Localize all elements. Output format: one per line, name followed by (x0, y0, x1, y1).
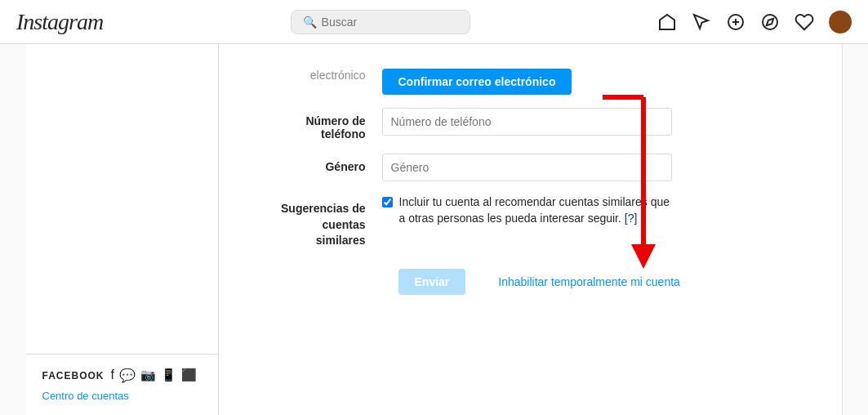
centro-cuentas-link[interactable]: Centro de cuentas (42, 390, 202, 402)
header: Instagram 🔍 (0, 0, 868, 44)
partial-top-row: electrónico Confirmar correo electrónico (251, 69, 809, 95)
gender-label: Género (251, 154, 382, 173)
gender-row: Género (251, 154, 809, 181)
instagram-icon: 📷 (140, 368, 156, 383)
facebook-brand: FACEBOOK f 💬 📷 📱 ⬛ (42, 368, 202, 383)
header-icons (657, 11, 852, 33)
search-input[interactable] (322, 16, 458, 29)
instagram-logo[interactable]: Instagram (16, 9, 103, 35)
add-icon[interactable] (726, 12, 746, 32)
confirm-email-button[interactable]: Confirmar correo electrónico (382, 69, 572, 95)
search-icon: 🔍 (303, 16, 317, 29)
whatsapp-icon: 📱 (161, 368, 176, 383)
suggestions-checkbox-container: Incluir tu cuenta al recomendar cuentas … (382, 194, 672, 226)
compass-icon[interactable] (760, 12, 780, 32)
suggestions-input-area: Incluir tu cuenta al recomendar cuentas … (382, 194, 809, 226)
gender-input[interactable] (382, 154, 672, 181)
phone-label: Número deteléfono (251, 108, 382, 141)
suggestions-label: Sugerencias decuentassimilares (251, 194, 382, 249)
gender-input-area (382, 154, 809, 181)
messenger-icon: 💬 (119, 368, 136, 383)
svg-point-3 (763, 15, 777, 29)
home-icon[interactable] (657, 12, 677, 32)
phone-row: Número deteléfono (251, 108, 809, 141)
partial-label: electrónico (251, 69, 382, 82)
inhabilitar-button[interactable]: Inhabilitar temporalmente mi cuenta (498, 275, 680, 288)
heart-icon[interactable] (795, 12, 814, 32)
form-wrapper: electrónico Confirmar correo electrónico… (251, 69, 809, 295)
suggestions-checkbox[interactable] (382, 197, 393, 208)
svg-marker-4 (767, 18, 773, 25)
suggestions-text: Incluir tu cuenta al recomendar cuentas … (399, 194, 672, 226)
search-bar[interactable]: 🔍 (291, 10, 470, 34)
enviar-button[interactable]: Enviar (398, 269, 466, 295)
action-row: Enviar Inhabilitar temporalmente mi cuen… (251, 269, 809, 295)
facebook-label: FACEBOOK (42, 370, 105, 382)
avatar[interactable] (829, 11, 852, 33)
suggestions-row: Sugerencias decuentassimilares Incluir t… (251, 194, 809, 249)
confirm-button-area: Confirmar correo electrónico (382, 69, 809, 95)
action-wrapper: Enviar Inhabilitar temporalmente mi cuen… (251, 269, 809, 295)
help-link[interactable]: [?] (625, 212, 638, 225)
main-container: FACEBOOK f 💬 📷 📱 ⬛ Centro de cuentas ele… (26, 44, 843, 415)
sidebar: FACEBOOK f 💬 📷 📱 ⬛ Centro de cuentas (26, 44, 219, 415)
facebook-icon: f (111, 368, 114, 383)
oculus-icon: ⬛ (181, 368, 197, 383)
phone-input[interactable] (382, 108, 672, 136)
explore-icon[interactable] (692, 12, 711, 32)
phone-input-area (382, 108, 809, 136)
facebook-social-icons: f 💬 📷 📱 ⬛ (111, 368, 197, 383)
content-area: electrónico Confirmar correo electrónico… (219, 44, 843, 415)
